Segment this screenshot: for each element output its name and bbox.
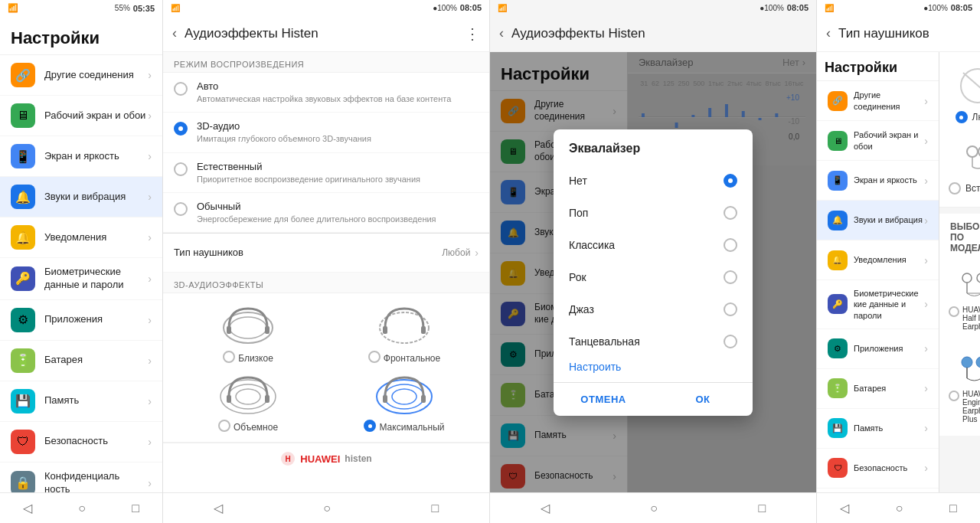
menu-item-apps[interactable]: ⚙ Приложения › <box>0 300 162 341</box>
bottom-nav-4: ◁ ○ □ <box>817 492 980 523</box>
menu-text-notifications: Уведомления <box>44 231 148 244</box>
mode-auto[interactable]: Авто Автоматическая настройка звуковых э… <box>163 73 489 113</box>
time-1: 05:35 <box>133 4 155 13</box>
p4-other[interactable]: 🔗 Другие соединения › <box>817 81 939 121</box>
radio-max <box>364 420 376 432</box>
svg-point-1 <box>230 317 266 338</box>
p4-bio[interactable]: 🔑 Биометрические кие данные и пароли › <box>817 280 939 329</box>
svg-rect-2 <box>227 326 231 334</box>
effect-max[interactable]: Максимальный <box>330 371 479 433</box>
p4-apps[interactable]: ⚙ Приложения › <box>817 329 939 369</box>
p4-desktop[interactable]: 🖥 Рабочий экран и обои › <box>817 121 939 161</box>
more-button-2[interactable]: ⋮ <box>465 25 480 43</box>
icon-desktop: 🖥 <box>11 103 35 128</box>
p4-memory[interactable]: 💾 Память › <box>817 409 939 449</box>
home-nav-1[interactable]: ○ <box>66 498 98 518</box>
bottom-nav-3: ◁ ○ □ <box>490 492 816 523</box>
icon-biometrics: 🔑 <box>11 266 35 291</box>
recent-nav-1[interactable]: □ <box>119 498 152 518</box>
panel-equalizer: 📶 ●100% 08:05 ‹ Аудиоэффекты Histen Наст… <box>490 0 817 523</box>
p4-notif[interactable]: 🔔 Уведомления › <box>817 240 939 280</box>
menu-item-display[interactable]: 📱 Экран и яркость › <box>0 136 162 177</box>
effect-front[interactable]: Фронтальное <box>330 302 479 364</box>
mode-natural-text: Естественный Приоритетное воспроизведени… <box>197 161 479 185</box>
p4-battery[interactable]: 🔋 Батарея › <box>817 369 939 409</box>
back-button-4[interactable]: ‹ <box>826 25 831 41</box>
model-engine-plus[interactable]: HUAWEI Engine Earphones Plus <box>949 348 980 423</box>
mode-natural[interactable]: Естественный Приоритетное воспроизведени… <box>163 153 489 193</box>
recent-nav-3[interactable]: □ <box>746 498 779 518</box>
recent-nav-2[interactable]: □ <box>420 498 452 518</box>
ok-button[interactable]: ОК <box>653 383 753 416</box>
customize-button[interactable]: Настроить <box>554 358 753 382</box>
eq-radio-classic <box>724 238 737 252</box>
menu-item-security[interactable]: 🛡 Безопасность › <box>0 422 162 463</box>
mode-3d-text: 3D-аудио Имитация глубокого объемного 3D… <box>197 120 479 144</box>
time-2: 08:05 <box>460 3 482 12</box>
icon-apps: ⚙ <box>11 308 35 332</box>
menu-item-biometrics[interactable]: 🔑 Биометрические данные и пароли › <box>0 258 162 300</box>
equalizer-modal: Эквалайзер Нет Поп Классика Рок <box>554 129 753 416</box>
menu-item-battery[interactable]: 🔋 Батарея › <box>0 341 162 381</box>
mode-normal[interactable]: Обычный Энергосбережение для более длите… <box>163 193 489 233</box>
svg-point-8 <box>228 384 268 409</box>
headphone-type-grid: Любой <box>939 52 980 208</box>
svg-point-54 <box>976 357 980 368</box>
mode-3d[interactable]: 3D-аудио Имитация глубокого объемного 3D… <box>163 113 489 152</box>
effect-volume[interactable]: Объемное <box>174 371 322 433</box>
effect-max-image <box>374 371 435 417</box>
icon-display: 📱 <box>11 144 35 168</box>
mode-auto-text: Авто Автоматическая настройка звуковых э… <box>197 80 479 104</box>
eq-option-jazz[interactable]: Джаз <box>554 293 753 325</box>
model-radio-engine-plus <box>949 391 959 401</box>
eq-radio-none <box>724 174 737 188</box>
eq-option-pop[interactable]: Поп <box>554 197 753 229</box>
hp-in-ear[interactable]: Вставные <box>949 136 980 194</box>
p4-settings-list: Настройки 🔗 Другие соединения › 🖥 Рабочи… <box>817 52 939 492</box>
icon-security: 🛡 <box>11 430 35 454</box>
status-bar-1: 📶 55% 05:35 <box>0 0 162 16</box>
back-button-3[interactable]: ‹ <box>499 25 504 41</box>
headphone-type-text: Тип наушников <box>174 247 442 260</box>
back-nav-1[interactable]: ◁ <box>11 498 44 518</box>
home-nav-4[interactable]: ○ <box>884 498 916 518</box>
bottom-nav-1: ◁ ○ □ <box>0 492 162 523</box>
home-nav-2[interactable]: ○ <box>311 498 343 518</box>
back-button-2[interactable]: ‹ <box>172 25 177 41</box>
p4-display[interactable]: 📱 Экран и яркость › <box>817 161 939 201</box>
home-nav-3[interactable]: ○ <box>638 498 670 518</box>
eq-option-classic[interactable]: Классика <box>554 229 753 261</box>
eq-option-none[interactable]: Нет <box>554 165 753 197</box>
back-nav-2[interactable]: ◁ <box>201 498 235 518</box>
menu-item-privacy[interactable]: 🔒 Конфиденциаль ность › <box>0 463 162 492</box>
hp-any[interactable]: Любой <box>949 64 980 123</box>
chevron-display: › <box>148 150 152 162</box>
svg-point-53 <box>962 357 972 368</box>
model-section-header: ВЫБОР ПО МОДЕЛИ <box>939 214 980 258</box>
back-nav-3[interactable]: ◁ <box>528 498 562 518</box>
menu-item-memory[interactable]: 💾 Память › <box>0 381 162 422</box>
menu-item-sounds[interactable]: 🔔 Звуки и вибрация › <box>0 177 162 217</box>
headphone-type-item[interactable]: Тип наушников Любой › <box>163 233 489 273</box>
model-half-in-ear[interactable]: HUAWEI Half In-Ear Earphones <box>949 264 980 339</box>
radio-3d <box>174 122 188 136</box>
effect-close[interactable]: Близкое <box>174 302 322 364</box>
svg-rect-10 <box>227 395 231 403</box>
back-nav-4[interactable]: ◁ <box>828 498 861 518</box>
menu-text-apps: Приложения <box>44 313 148 326</box>
model-half-in-ear-img <box>951 264 980 302</box>
effect-front-image <box>374 302 435 348</box>
headphone-type-panel: Любой <box>939 52 980 492</box>
menu-item-other-connections[interactable]: 🔗 Другие соединения › <box>0 55 162 96</box>
eq-option-rock[interactable]: Рок <box>554 261 753 293</box>
menu-item-notifications[interactable]: 🔔 Уведомления › <box>0 217 162 258</box>
cancel-button[interactable]: ОТМЕНА <box>554 383 653 416</box>
svg-rect-3 <box>265 326 270 334</box>
svg-point-44 <box>977 273 980 283</box>
menu-item-desktop[interactable]: 🖥 Рабочий экран и обои › <box>0 96 162 136</box>
battery-2: ●100% <box>433 4 457 12</box>
p4-sounds[interactable]: 🔔 Звуки и вибрация › <box>817 201 939 240</box>
p4-security[interactable]: 🛡 Безопасность › <box>817 449 939 489</box>
recent-nav-4[interactable]: □ <box>937 498 969 518</box>
eq-option-dance[interactable]: Танцевальная <box>554 325 753 358</box>
